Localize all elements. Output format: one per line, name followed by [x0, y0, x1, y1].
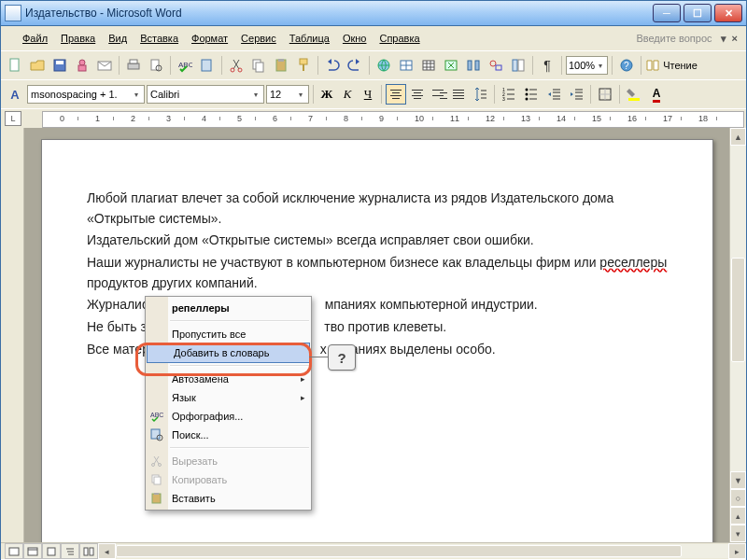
svg-point-37: [526, 98, 529, 101]
ctx-add-to-dictionary[interactable]: Добавить в словарь: [147, 343, 310, 363]
menu-table[interactable]: Таблица: [283, 31, 336, 46]
ask-input[interactable]: Введите вопрос: [636, 33, 712, 44]
hscroll-thumb[interactable]: [116, 545, 682, 557]
ctx-spelling[interactable]: ABC Орфография...: [146, 407, 311, 426]
ruler-area: L 0123456789101112131415161718: [1, 108, 746, 128]
menu-window[interactable]: Окно: [336, 31, 374, 46]
next-page-button[interactable]: ▾: [730, 525, 746, 542]
print-view-button[interactable]: [42, 543, 61, 559]
print-preview-button[interactable]: [146, 55, 166, 76]
horizontal-ruler[interactable]: 0123456789101112131415161718: [42, 111, 744, 128]
redo-button[interactable]: [345, 55, 365, 76]
mdi-dropdown[interactable]: ▾: [718, 33, 729, 45]
reading-view-button[interactable]: [79, 543, 98, 559]
web-view-button[interactable]: [23, 543, 42, 559]
question-tooltip[interactable]: ?: [328, 344, 356, 371]
paragraph[interactable]: Наши журналисты не участвуют в компьютер…: [87, 253, 668, 293]
tab-selector[interactable]: L: [5, 111, 21, 126]
scroll-thumb[interactable]: [731, 258, 745, 362]
line-spacing-button[interactable]: [470, 84, 490, 105]
cut-icon: [149, 454, 164, 469]
ctx-autocorrect[interactable]: Автозамена▸: [146, 370, 311, 388]
outline-view-button[interactable]: [61, 543, 79, 559]
menu-edit[interactable]: Правка: [54, 31, 102, 46]
italic-button[interactable]: К: [338, 85, 357, 104]
vertical-scrollbar[interactable]: ▲ ▼ ○ ▴ ▾: [729, 128, 746, 542]
vertical-ruler[interactable]: [1, 128, 24, 542]
scroll-left-button[interactable]: ◂: [98, 543, 116, 559]
styles-pane-button[interactable]: A: [5, 84, 25, 105]
reading-layout-button[interactable]: Чтение: [645, 58, 698, 73]
ctx-paste[interactable]: Вставить: [146, 489, 311, 508]
scroll-down-button[interactable]: ▼: [730, 471, 746, 489]
paragraph[interactable]: Издательский дом «Открытые системы» всег…: [87, 231, 668, 251]
menu-insert[interactable]: Вставка: [134, 31, 185, 46]
bulleted-list-button[interactable]: [521, 84, 542, 105]
menu-help[interactable]: Справка: [373, 31, 426, 46]
help-button[interactable]: ?: [616, 55, 637, 76]
spelling-button[interactable]: ABC: [175, 55, 195, 76]
svg-text:?: ?: [624, 61, 629, 71]
format-painter-button[interactable]: [293, 55, 314, 76]
minimize-button[interactable]: ─: [653, 4, 681, 22]
open-button[interactable]: [27, 55, 48, 76]
copy-button[interactable]: [248, 55, 269, 76]
font-size-combo[interactable]: 12▾: [266, 85, 309, 104]
research-button[interactable]: [197, 55, 218, 76]
decrease-indent-button[interactable]: [543, 84, 564, 105]
justify-button[interactable]: [449, 85, 468, 104]
maximize-button[interactable]: ☐: [684, 4, 712, 22]
menu-tools[interactable]: Сервис: [234, 31, 283, 46]
underline-button[interactable]: Ч: [359, 85, 377, 104]
mdi-close[interactable]: ×: [729, 33, 740, 44]
tables-borders-button[interactable]: [396, 55, 416, 76]
ctx-suggestion[interactable]: репеллеры: [146, 299, 311, 317]
save-button[interactable]: [49, 55, 70, 76]
ctx-skip-all[interactable]: Пропустить все: [146, 325, 311, 343]
undo-button[interactable]: [322, 55, 343, 76]
bold-button[interactable]: Ж: [317, 85, 336, 104]
formatting-toolbar: A msonospacing + 1.▾ Calibri▾ 12▾ Ж К Ч …: [1, 79, 746, 108]
normal-view-button[interactable]: [5, 543, 23, 559]
menu-file[interactable]: Файл: [16, 31, 54, 46]
align-right-button[interactable]: [429, 85, 447, 104]
insert-table-button[interactable]: [418, 55, 439, 76]
drawing-button[interactable]: [486, 55, 506, 76]
browse-object-button[interactable]: ○: [730, 489, 746, 507]
close-button[interactable]: ✕: [714, 4, 742, 22]
highlight-button[interactable]: [624, 84, 644, 105]
scroll-up-button[interactable]: ▲: [730, 128, 746, 146]
excel-button[interactable]: [441, 55, 461, 76]
hyperlink-button[interactable]: [374, 55, 394, 76]
numbered-list-button[interactable]: 123: [499, 84, 519, 105]
menu-view[interactable]: Вид: [102, 31, 134, 46]
font-color-button[interactable]: A: [646, 84, 667, 105]
ctx-cut[interactable]: Вырезать: [146, 452, 311, 470]
doc-map-button[interactable]: [508, 55, 529, 76]
cut-button[interactable]: [226, 55, 247, 76]
print-button[interactable]: [123, 55, 144, 76]
paste-button[interactable]: [271, 55, 291, 76]
new-button[interactable]: [5, 55, 25, 76]
svg-rect-42: [48, 548, 55, 555]
zoom-combo[interactable]: 100%▾: [566, 56, 608, 75]
increase-indent-button[interactable]: [566, 84, 586, 105]
font-combo[interactable]: Calibri▾: [147, 85, 264, 104]
paragraph[interactable]: Любой плагиат влечет за собой исключение…: [87, 189, 668, 229]
email-button[interactable]: [94, 55, 115, 76]
prev-page-button[interactable]: ▴: [730, 507, 746, 525]
ctx-find[interactable]: Поиск...: [146, 426, 311, 444]
horizontal-scrollbar[interactable]: ◂ ▸: [98, 543, 746, 559]
borders-button[interactable]: [595, 84, 615, 105]
menu-format[interactable]: Формат: [185, 31, 234, 46]
ctx-copy[interactable]: Копировать: [146, 470, 311, 489]
style-combo[interactable]: msonospacing + 1.▾: [27, 85, 145, 104]
align-left-button[interactable]: [386, 84, 406, 105]
page[interactable]: Любой плагиат влечет за собой исключение…: [41, 139, 713, 542]
align-center-button[interactable]: [408, 85, 427, 104]
scroll-right-button[interactable]: ▸: [728, 543, 746, 559]
columns-button[interactable]: [463, 55, 484, 76]
show-formatting-button[interactable]: ¶: [537, 55, 557, 76]
permissions-button[interactable]: [72, 55, 92, 76]
ctx-language[interactable]: Язык▸: [146, 388, 311, 407]
